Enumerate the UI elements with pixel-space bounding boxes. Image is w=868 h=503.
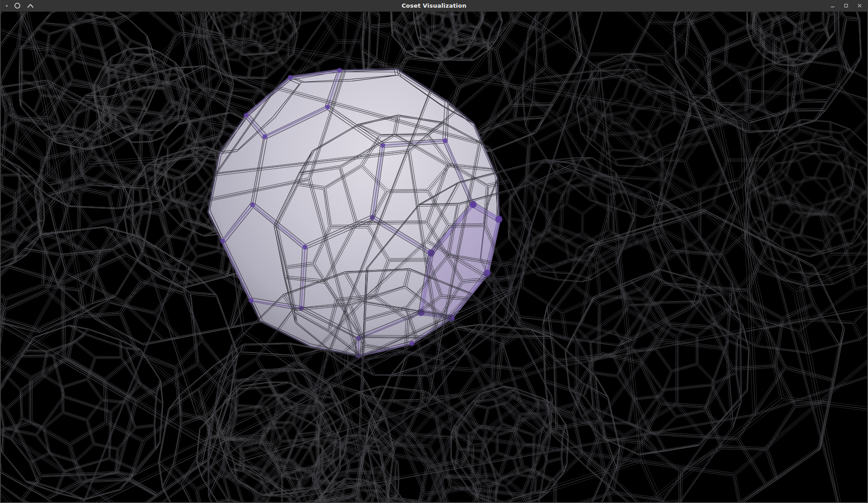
visualization-viewport[interactable] — [1, 12, 867, 502]
coset-3d-scene — [1, 12, 867, 502]
modified-dot-icon[interactable] — [6, 5, 8, 7]
circle-icon[interactable] — [14, 3, 20, 9]
chevron-up-icon[interactable] — [27, 4, 34, 8]
window-controls — [830, 3, 867, 9]
minimize-button[interactable] — [830, 3, 836, 9]
window-title: Coset Visualization — [1, 2, 867, 9]
maximize-button[interactable] — [843, 3, 849, 9]
close-button[interactable] — [857, 3, 863, 9]
titlebar[interactable]: Coset Visualization — [1, 0, 867, 12]
app-window: Coset Visualization — [0, 0, 868, 503]
titlebar-left-icons — [1, 3, 34, 9]
